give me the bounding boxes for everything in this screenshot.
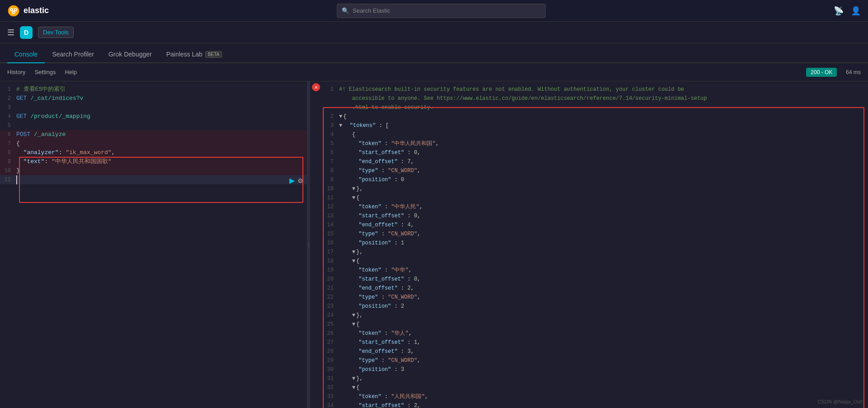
tab-bar: Console Search Profiler Grok Debugger Pa…: [0, 43, 868, 63]
editor-line-2: 2 GET /_cat/indices?v: [0, 94, 307, 103]
search-bar-container: 🔍 Search Elastic: [54, 4, 828, 18]
output-line-4: 4 {: [323, 130, 868, 139]
second-navigation: ☰ D Dev Tools: [0, 22, 868, 43]
line-number-7: 7: [0, 139, 16, 148]
output-line-10: 10 ▼},: [323, 184, 868, 193]
editor-line-6: 6 POST /_analyze: [0, 130, 307, 139]
output-line-18: 18 ▼{: [323, 257, 868, 266]
editor-line-3: 3: [0, 103, 307, 112]
timing-badge: 64 ms: [846, 69, 861, 75]
output-content-31: ▼},: [339, 374, 868, 383]
tab-painless-lab[interactable]: Painless Lab BETA: [159, 46, 230, 63]
output-content-29: "type" : "CN_WORD",: [339, 356, 868, 365]
line-content-7: {: [16, 139, 307, 148]
output-content-20: "start_offset" : 0,: [339, 275, 868, 284]
output-line-1b: accessible to anyone. See https://www.el…: [323, 94, 868, 103]
output-content-11: ▼{: [339, 193, 868, 202]
editor-line-4: 4 GET /product/_mapping: [0, 112, 307, 121]
output-content-16: "position" : 1: [339, 239, 868, 248]
output-line-21: 21 "end_offset" : 2,: [323, 284, 868, 293]
svg-point-6: [13, 11, 14, 13]
output-linenum-17: 17: [323, 248, 339, 257]
app-badge: D: [20, 26, 33, 39]
output-line-23: 23 "position" : 2: [323, 302, 868, 311]
tab-search-profiler[interactable]: Search Profiler: [45, 46, 101, 63]
output-linenum-9: 9: [323, 175, 339, 184]
output-linenum-12: 12: [323, 202, 339, 211]
output-linenum-26: 26: [323, 329, 339, 338]
output-line-13: 13 "start_offset" : 0,: [323, 211, 868, 220]
output-line-3: 3 ▼ "tokens" : [: [323, 121, 868, 130]
output-linenum-4: 4: [323, 130, 339, 139]
output-content-13: "start_offset" : 0,: [339, 211, 868, 220]
output-content-24: ▼},: [339, 311, 868, 320]
notifications-icon[interactable]: 📡: [834, 6, 844, 16]
output-linenum-10: 10: [323, 184, 339, 193]
output-line-1c: .html to enable security.: [323, 103, 868, 112]
output-line-32: 32 ▼{: [323, 383, 868, 392]
tab-grok-debugger[interactable]: Grok Debugger: [101, 46, 159, 63]
output-line-30: 30 "position" : 3: [323, 365, 868, 374]
output-linenum-1b: [323, 94, 339, 103]
execute-button[interactable]: ▶: [289, 176, 295, 185]
svg-point-4: [11, 9, 13, 10]
output-linenum-32: 32: [323, 383, 339, 392]
output-content-32: ▼{: [339, 383, 868, 392]
output-linenum-14: 14: [323, 220, 339, 230]
toolbar: History Settings Help 200 - OK 64 ms: [0, 63, 868, 81]
output-line-14: 14 "end_offset" : 4,: [323, 220, 868, 230]
editor-line-5: 5: [0, 121, 307, 130]
line-number-3: 3: [0, 103, 16, 112]
elastic-logo[interactable]: elastic: [7, 5, 49, 17]
output-linenum-15: 15: [323, 230, 339, 239]
output-linenum-21: 21: [323, 284, 339, 293]
help-button[interactable]: Help: [65, 69, 77, 75]
output-content-3: ▼ "tokens" : [: [339, 121, 868, 130]
output-content-27: "start_offset" : 1,: [339, 338, 868, 347]
output-line-22: 22 "type" : "CN_WORD",: [323, 293, 868, 302]
output-content-22: "type" : "CN_WORD",: [339, 293, 868, 302]
output-close-button[interactable]: ✕: [312, 83, 320, 91]
output-linenum-31: 31: [323, 374, 339, 383]
output-line-19: 19 "token" : "中华",: [323, 266, 868, 275]
tab-console[interactable]: Console: [7, 46, 45, 63]
line-number-4: 4: [0, 112, 16, 121]
code-editor[interactable]: 1 # 查看ES中的索引 2 GET /_cat/indices?v 3 4 G…: [0, 81, 307, 408]
output-code[interactable]: 1 #! Elasticsearch built-in security fea…: [310, 81, 868, 408]
output-linenum-25: 25: [323, 320, 339, 329]
output-line-16: 16 "position" : 1: [323, 239, 868, 248]
output-content-17: ▼},: [339, 248, 868, 257]
history-button[interactable]: History: [7, 69, 25, 75]
settings-button[interactable]: Settings: [34, 69, 56, 75]
output-line-31: 31 ▼},: [323, 374, 868, 383]
dev-tools-button[interactable]: Dev Tools: [38, 27, 74, 38]
output-linenum-33: 33: [323, 392, 339, 401]
copy-button[interactable]: ⚙: [297, 176, 303, 185]
global-search-bar[interactable]: 🔍 Search Elastic: [337, 4, 546, 18]
output-line-34: 34 "start_offset" : 2,: [323, 401, 868, 408]
output-content-1: #! Elasticsearch built-in security featu…: [339, 85, 868, 94]
output-linenum-34: 34: [323, 401, 339, 408]
output-line-2: 2 ▼{: [323, 112, 868, 121]
output-content-15: "type" : "CN_WORD",: [339, 230, 868, 239]
output-line-17: 17 ▼},: [323, 248, 868, 257]
output-content-23: "position" : 2: [339, 302, 868, 311]
line-number-8: 8: [0, 148, 16, 157]
elastic-logo-text: elastic: [24, 6, 49, 15]
user-avatar-icon[interactable]: 👤: [851, 6, 861, 16]
output-linenum-16: 16: [323, 239, 339, 248]
editor-line-7: 7 {: [0, 139, 307, 148]
line-content-10: }: [16, 166, 307, 175]
output-content-5: "token" : "中华人民共和国",: [339, 139, 868, 148]
output-line-8: 8 "type" : "CN_WORD",: [323, 166, 868, 175]
top-navigation: elastic 🔍 Search Elastic 📡 👤: [0, 0, 868, 22]
output-linenum-29: 29: [323, 356, 339, 365]
output-line-1: 1 #! Elasticsearch built-in security fea…: [323, 85, 868, 94]
output-line-11: 11 ▼{: [323, 193, 868, 202]
line-number-10: 10: [0, 166, 16, 175]
line-number-11: 11: [0, 175, 16, 184]
editor-line-1: 1 # 查看ES中的索引: [0, 85, 307, 94]
output-linenum-5: 5: [323, 139, 339, 148]
output-linenum-11: 11: [323, 193, 339, 202]
hamburger-menu-icon[interactable]: ☰: [7, 28, 14, 38]
